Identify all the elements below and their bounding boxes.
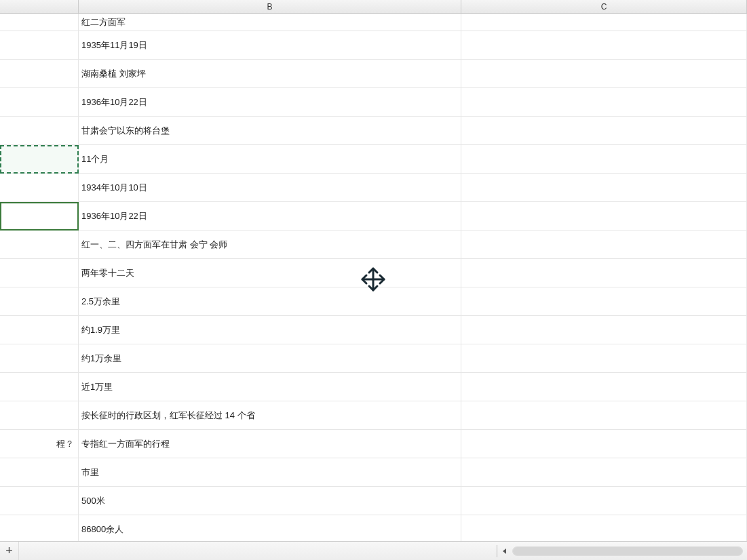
table-row: 约1万余里 (0, 344, 747, 373)
cell-c[interactable] (461, 14, 747, 31)
cell-c[interactable] (461, 401, 747, 429)
cell-a[interactable] (0, 31, 79, 59)
table-row: 约1.9万里 (0, 316, 747, 344)
table-row: 甘肃会宁以东的将台堡 (0, 117, 747, 145)
cell-b[interactable]: 1935年11月19日 (79, 31, 461, 59)
cell-a[interactable] (0, 117, 79, 144)
cell-b[interactable]: 约1.9万里 (79, 316, 461, 344)
grid-area[interactable]: 红二方面军1935年11月19日湖南桑植 刘家坪1936年10月22日甘肃会宁以… (0, 14, 747, 541)
column-header-c-label: C (601, 2, 607, 12)
cell-b[interactable]: 500米 (79, 487, 461, 515)
cell-a[interactable] (0, 287, 79, 315)
cell-b-text: 1935年11月19日 (81, 39, 147, 52)
cell-a[interactable] (0, 88, 79, 116)
cell-c[interactable] (461, 259, 747, 287)
cell-c[interactable] (461, 202, 747, 230)
table-row: 红一、二、四方面军在甘肃 会宁 会师 (0, 231, 747, 259)
cell-c[interactable] (461, 231, 747, 258)
cell-a[interactable] (0, 145, 79, 173)
cell-b-text: 市里 (81, 466, 99, 479)
column-header-c[interactable]: C (461, 0, 747, 13)
cell-b[interactable]: 市里 (79, 458, 461, 486)
cell-a[interactable] (0, 14, 79, 31)
cell-c[interactable] (461, 458, 747, 486)
cell-b[interactable]: 近1万里 (79, 373, 461, 401)
add-sheet-button[interactable]: + (0, 542, 19, 561)
cell-a[interactable] (0, 316, 79, 344)
cell-c[interactable] (461, 344, 747, 372)
cell-b[interactable]: 11个月 (79, 145, 461, 173)
cell-b[interactable]: 86800余人 (79, 515, 461, 541)
cell-c[interactable] (461, 316, 747, 344)
cell-c[interactable] (461, 373, 747, 401)
cell-b-text: 2.5万余里 (81, 296, 120, 308)
cell-b-text: 约1万余里 (81, 353, 121, 365)
cell-b[interactable]: 2.5万余里 (79, 287, 461, 315)
table-row: 近1万里 (0, 373, 747, 401)
cell-a[interactable] (0, 259, 79, 287)
cell-a[interactable] (0, 515, 79, 541)
cell-c[interactable] (461, 487, 747, 515)
cell-c[interactable] (461, 117, 747, 144)
cell-a[interactable] (0, 487, 79, 515)
cell-c[interactable] (461, 287, 747, 315)
horizontal-scrollbar[interactable] (512, 546, 743, 556)
bottom-bar: + (0, 541, 747, 560)
cell-b[interactable]: 专指红一方面军的行程 (79, 430, 461, 458)
cell-c[interactable] (461, 145, 747, 173)
cell-b-text: 两年零十二天 (81, 267, 134, 279)
cell-a[interactable] (0, 458, 79, 486)
cell-b-text: 甘肃会宁以东的将台堡 (81, 125, 170, 137)
cell-b-text: 按长征时的行政区划，红军长征经过 14 个省 (81, 409, 255, 422)
table-row: 两年零十二天 (0, 259, 747, 287)
add-sheet-label: + (5, 544, 13, 558)
scroll-left-arrow-icon[interactable] (500, 546, 510, 556)
table-row: 红二方面军 (0, 14, 747, 31)
cell-c[interactable] (461, 515, 747, 541)
scroll-separator (497, 545, 497, 557)
cell-b[interactable]: 约1万余里 (79, 344, 461, 372)
cell-b-text: 1934年10月10日 (81, 182, 147, 194)
cell-a[interactable] (0, 174, 79, 201)
cell-c[interactable] (461, 430, 747, 458)
svg-marker-2 (503, 548, 506, 554)
cell-a[interactable] (0, 373, 79, 401)
cell-a[interactable] (0, 231, 79, 258)
table-row: 86800余人 (0, 515, 747, 541)
cell-b[interactable]: 红一、二、四方面军在甘肃 会宁 会师 (79, 231, 461, 258)
table-row: 程？专指红一方面军的行程 (0, 430, 747, 458)
cell-c[interactable] (461, 60, 747, 87)
cell-b[interactable]: 1936年10月22日 (79, 202, 461, 230)
cell-b-text: 近1万里 (81, 381, 113, 393)
cell-a[interactable]: 程？ (0, 430, 79, 458)
cell-a[interactable] (0, 401, 79, 429)
table-row: 按长征时的行政区划，红军长征经过 14 个省 (0, 401, 747, 430)
table-row: 1935年11月19日 (0, 31, 747, 60)
cell-a[interactable] (0, 202, 79, 230)
cell-b-text: 约1.9万里 (81, 324, 120, 336)
cell-b-text: 11个月 (81, 153, 109, 165)
cell-c[interactable] (461, 31, 747, 59)
cell-a[interactable] (0, 60, 79, 87)
table-row: 1936年10月22日 (0, 88, 747, 117)
cell-b[interactable]: 湖南桑植 刘家坪 (79, 60, 461, 87)
cell-b-text: 红二方面军 (81, 16, 126, 28)
cell-b[interactable]: 两年零十二天 (79, 259, 461, 287)
cell-a[interactable] (0, 344, 79, 372)
horizontal-scrollbar-thumb[interactable] (513, 547, 742, 555)
table-row: 湖南桑植 刘家坪 (0, 60, 747, 88)
table-row: 1936年10月22日 (0, 202, 747, 231)
table-row: 1934年10月10日 (0, 174, 747, 202)
cell-b[interactable]: 红二方面军 (79, 14, 461, 31)
cell-b[interactable]: 1934年10月10日 (79, 174, 461, 201)
column-header-b[interactable]: B (79, 0, 461, 13)
cell-b-text: 专指红一方面军的行程 (81, 438, 170, 450)
cell-b-text: 红一、二、四方面军在甘肃 会宁 会师 (81, 239, 227, 251)
column-header-a[interactable] (0, 0, 79, 13)
cell-b[interactable]: 按长征时的行政区划，红军长征经过 14 个省 (79, 401, 461, 429)
cell-b[interactable]: 甘肃会宁以东的将台堡 (79, 117, 461, 144)
table-row: 500米 (0, 487, 747, 515)
cell-b[interactable]: 1936年10月22日 (79, 88, 461, 116)
cell-c[interactable] (461, 174, 747, 201)
cell-c[interactable] (461, 88, 747, 116)
